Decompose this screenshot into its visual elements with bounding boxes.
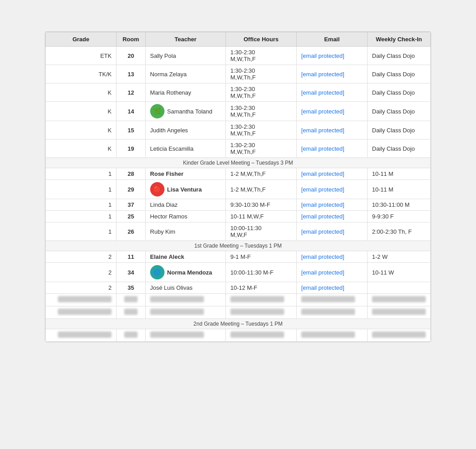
email-link[interactable]: [email protected] (301, 186, 344, 193)
email-cell[interactable]: [email protected] (297, 121, 368, 139)
teacher-cell: 🌀 Norma Mendoza (145, 263, 225, 282)
grade-cell: K (46, 102, 117, 121)
hours-cell: 1-2 M,W,Th,F (226, 168, 297, 180)
email-cell (297, 306, 368, 319)
room-cell (116, 306, 145, 319)
table-row: 2 34 🌀 Norma Mendoza 10:00-11:30 M-F [em… (46, 263, 431, 282)
email-cell[interactable]: [email protected] (297, 65, 368, 83)
teacher-cell: José Luis Olivas (145, 282, 225, 294)
table-row: TK/K 13 Norma Zelaya 1:30-2:30M,W,Th,F [… (46, 65, 431, 83)
hours-cell (226, 306, 297, 319)
room-cell: 28 (116, 168, 145, 180)
email-link[interactable]: [email protected] (301, 228, 344, 235)
email-cell[interactable]: [email protected] (297, 102, 368, 121)
grade-cell: 1 (46, 211, 117, 222)
email-cell[interactable]: [email protected] (297, 222, 368, 241)
room-cell: 20 (116, 47, 145, 65)
room-cell: 11 (116, 251, 145, 263)
teacher-cell: 🔴 Lisa Ventura (145, 180, 225, 199)
room-cell (116, 329, 145, 342)
weekly-cell: 1-2 W (368, 251, 431, 263)
email-cell[interactable]: [email protected] (297, 211, 368, 222)
meeting-row: Kinder Grade Level Meeting – Tuesdays 3 … (46, 158, 431, 168)
email-link[interactable]: [email protected] (301, 108, 344, 115)
email-link[interactable]: [email protected] (301, 253, 344, 260)
weekly-cell: 10-11 W (368, 263, 431, 282)
teacher-cell: Leticia Escamilla (145, 139, 225, 158)
email-cell[interactable]: [email protected] (297, 83, 368, 102)
col-grade: Grade (46, 32, 117, 47)
table-row: ETK 20 Sally Pola 1:30-2:30M,W,Th,F [ema… (46, 47, 431, 65)
meeting-row: 1st Grade Meeting – Tuesdays 1 PM (46, 241, 431, 251)
email-cell[interactable]: [email protected] (297, 282, 368, 294)
email-link[interactable]: [email protected] (301, 145, 344, 152)
email-link[interactable]: [email protected] (301, 269, 344, 276)
email-cell[interactable]: [email protected] (297, 168, 368, 180)
teacher-cell: 🌿 Samantha Toland (145, 102, 225, 121)
email-link[interactable]: [email protected] (301, 284, 344, 291)
room-cell: 35 (116, 282, 145, 294)
teacher-cell: Elaine Aleck (145, 251, 225, 263)
grade-cell: K (46, 139, 117, 158)
grade-cell (46, 306, 117, 319)
table-row: 2 35 José Luis Olivas 10-12 M-F [email p… (46, 282, 431, 294)
weekly-cell (368, 306, 431, 319)
avatar: 🌀 (150, 265, 164, 279)
email-cell[interactable]: [email protected] (297, 263, 368, 282)
grade-cell: TK/K (46, 65, 117, 83)
email-cell[interactable]: [email protected] (297, 251, 368, 263)
office-hours-table: Grade Room Teacher Office Hours Email We… (45, 32, 431, 342)
main-table-wrapper: Grade Room Teacher Office Hours Email We… (45, 31, 431, 342)
table-row: 1 25 Hector Ramos 10-11 M,W,F [email pro… (46, 211, 431, 222)
teacher-cell: Judith Angeles (145, 121, 225, 139)
avatar: 🌿 (150, 104, 164, 118)
grade-cell: K (46, 83, 117, 102)
teacher-cell (145, 329, 225, 342)
grade-cell (46, 294, 117, 306)
weekly-cell: Daily Class Dojo (368, 65, 431, 83)
hours-cell (226, 329, 297, 342)
page-container: Grade Room Teacher Office Hours Email We… (9, 9, 467, 356)
email-link[interactable]: [email protected] (301, 201, 344, 208)
meeting-text: 1st Grade Meeting – Tuesdays 1 PM (46, 241, 431, 251)
hours-cell: 1-2 M,W,Th,F (226, 180, 297, 199)
col-weekly: Weekly Check-In (368, 32, 431, 47)
room-cell: 37 (116, 199, 145, 211)
weekly-cell: Daily Class Dojo (368, 83, 431, 102)
table-row: K 15 Judith Angeles 1:30-2:30M,W,Th,F [e… (46, 121, 431, 139)
table-row: K 14 🌿 Samantha Toland 1:30-2:30M,W,Th,F… (46, 102, 431, 121)
hours-cell: 1:30-2:30M,W,Th,F (226, 102, 297, 121)
teacher-cell: Maria Rothenay (145, 83, 225, 102)
email-cell[interactable]: [email protected] (297, 47, 368, 65)
weekly-cell (368, 329, 431, 342)
email-cell[interactable]: [email protected] (297, 180, 368, 199)
teacher-cell (145, 306, 225, 319)
grade-cell: ETK (46, 47, 117, 65)
avatar: 🔴 (150, 182, 164, 196)
email-cell[interactable]: [email protected] (297, 199, 368, 211)
email-link[interactable]: [email protected] (301, 127, 344, 134)
col-office-hours: Office Hours (226, 32, 297, 47)
email-link[interactable]: [email protected] (301, 52, 344, 59)
email-link[interactable]: [email protected] (301, 89, 344, 96)
email-link[interactable]: [email protected] (301, 71, 344, 78)
table-row: 1 26 Ruby Kim 10:00-11:30M,W,F [email pr… (46, 222, 431, 241)
hours-cell: 1:30-2:30M,W,Th,F (226, 139, 297, 158)
weekly-cell: 10:30-11:00 M (368, 199, 431, 211)
email-cell (297, 294, 368, 306)
email-link[interactable]: [email protected] (301, 170, 344, 177)
email-cell (297, 329, 368, 342)
hours-cell: 1:30-2:30M,W,Th,F (226, 121, 297, 139)
hours-cell: 10:00-11:30M,W,F (226, 222, 297, 241)
table-row (46, 306, 431, 319)
hours-cell: 1:30-2:30M,W,Th,F (226, 83, 297, 102)
table-header-row: Grade Room Teacher Office Hours Email We… (46, 32, 431, 47)
email-cell[interactable]: [email protected] (297, 139, 368, 158)
room-cell: 12 (116, 83, 145, 102)
room-cell (116, 294, 145, 306)
grade-cell: 2 (46, 251, 117, 263)
teacher-cell: Ruby Kim (145, 222, 225, 241)
weekly-cell: Daily Class Dojo (368, 102, 431, 121)
email-link[interactable]: [email protected] (301, 213, 344, 220)
table-row: 1 28 Rose Fisher 1-2 M,W,Th,F [email pro… (46, 168, 431, 180)
